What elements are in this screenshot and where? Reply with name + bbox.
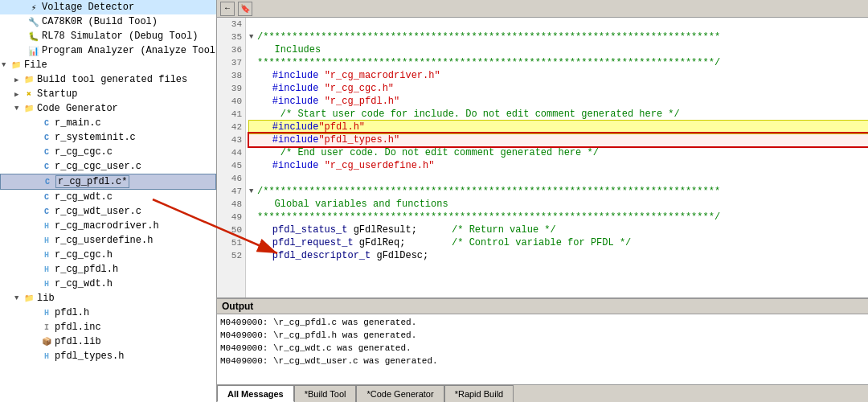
output-tabs[interactable]: All Messages*Build Tool*Code Generator*R…	[217, 384, 868, 402]
tree-item-pfdl_lib[interactable]: 📦pfdl.lib	[0, 334, 216, 349]
tree-item-code-generator[interactable]: ▼📁Code Generator	[0, 101, 216, 116]
tree-label: CA78K0R (Build Tool)	[42, 16, 158, 27]
expand-icon[interactable]: ▼	[14, 105, 23, 113]
tree-label: Startup	[37, 88, 77, 100]
h-file-icon: H	[40, 277, 53, 290]
tree-label: r_cg_macrodriver.h	[55, 220, 159, 232]
tree-label: pfdl.h	[55, 307, 89, 318]
tree-item-file[interactable]: ▼📁File	[0, 58, 216, 72]
code-line-41: /* Start user code for include. Do not e…	[249, 108, 868, 121]
code-text: pfdl_descriptor_t gFdlDesc;	[249, 249, 428, 262]
tree-item-startup[interactable]: ▶✖Startup	[0, 87, 216, 101]
type-name: pfdl_status_t	[272, 224, 348, 236]
string: "r_cg_macrodriver.h"	[325, 70, 440, 81]
expand-icon[interactable]: ▶	[14, 90, 23, 99]
tree-item-r_cg_pfdl[interactable]: Cr_cg_pfdl.c*	[0, 174, 216, 190]
tree-label: Program Analyzer (Analyze Tool	[42, 45, 215, 56]
tree-item-r_systeminit[interactable]: Cr_systeminit.c	[0, 130, 216, 145]
comment-text: ****************************************…	[257, 211, 720, 224]
item-icon: 📊	[27, 44, 40, 57]
line-num-50: 50	[217, 224, 242, 236]
tree-label: pfdl.inc	[55, 322, 101, 333]
code-line-34	[249, 18, 868, 31]
collapse-icon[interactable]: ▼	[249, 31, 257, 43]
code-line-38: #include "r_cg_macrodriver.h"	[249, 69, 868, 82]
output-panel: Output M0409000: \r_cg_pfdl.c was genera…	[217, 297, 868, 402]
tree-item-r_cg_wdt[interactable]: Cr_cg_wdt.c	[0, 190, 216, 204]
comment-text: Global variables and functions	[257, 198, 448, 211]
c-file-icon: C	[40, 146, 53, 158]
folder-icon: 📁	[23, 102, 35, 115]
h-file-icon: H	[40, 263, 53, 276]
tree-item-pfdl_h[interactable]: Hpfdl.h	[0, 306, 216, 320]
type-name: pfdl_descriptor_t	[272, 250, 371, 261]
code-line-43: #include"pfdl_types.h"	[249, 133, 868, 146]
item-icon: 🐛	[27, 30, 40, 43]
tree-item-r_cg_macrodriver[interactable]: Hr_cg_macrodriver.h	[0, 219, 216, 233]
code-line-36: Includes	[249, 43, 868, 56]
item-icon: ⚡	[27, 1, 40, 14]
output-tab-build-tool[interactable]: *Build Tool	[294, 385, 357, 402]
inc-file-icon: I	[40, 321, 53, 334]
code-line-40: #include "r_cg_pfdl.h"	[249, 95, 868, 108]
type-name: pfdl_request_t	[272, 237, 354, 248]
line-num-36: 36	[217, 43, 242, 56]
tree-label: r_cg_userdefine.h	[55, 235, 153, 246]
string: "r_cg_userdefine.h"	[325, 160, 435, 171]
code-line-52: pfdl_descriptor_t gFdlDesc;	[249, 249, 868, 262]
code-line-50: pfdl_status_t gFdlResult; /* Return valu…	[249, 224, 868, 236]
code-content: ▼/**************************************…	[246, 18, 868, 297]
tree-item-r_main[interactable]: Cr_main.c	[0, 116, 216, 130]
tree-label: r_cg_cgc_user.c	[55, 161, 141, 172]
folder-icon: 📁	[10, 59, 23, 72]
tree-label: Code Generator	[37, 103, 118, 114]
tree-item-r_cg_cgc[interactable]: Cr_cg_cgc.c	[0, 145, 216, 159]
string: "pfdl_types.h"	[318, 134, 399, 146]
line-numbers: 34353637383940414243444546474849505152	[217, 18, 246, 297]
tree-label: r_cg_pfdl.h	[55, 264, 118, 275]
tree-item-build-tool-files[interactable]: ▶📁Build tool generated files	[0, 72, 216, 87]
code-text: #include "r_cg_userdefine.h"	[249, 159, 434, 172]
tree-item-ca78k0r[interactable]: 🔧CA78K0R (Build Tool)	[0, 14, 216, 29]
file-tree[interactable]: ⚡Voltage Detector🔧CA78K0R (Build Tool)🐛R…	[0, 0, 217, 402]
expand-icon[interactable]: ▼	[2, 61, 10, 69]
code-view: 34353637383940414243444546474849505152 ▼…	[217, 18, 868, 297]
tree-item-r_cg_wdt_user[interactable]: Cr_cg_wdt_user.c	[0, 204, 216, 219]
expand-icon[interactable]: ▼	[14, 294, 23, 302]
tree-item-program-analyzer[interactable]: 📊Program Analyzer (Analyze Tool	[0, 43, 216, 58]
folder-icon: ✖	[23, 88, 35, 100]
bookmark-button[interactable]: 🔖	[238, 2, 252, 16]
inline-comment: /* Control variable for PFDL */	[452, 237, 631, 248]
expand-icon[interactable]: ▶	[14, 76, 23, 84]
comment-text: /***************************************…	[257, 185, 720, 198]
tree-item-r_cg_wdt_h[interactable]: Hr_cg_wdt.h	[0, 277, 216, 291]
string: "r_cg_cgc.h"	[325, 83, 394, 94]
code-text: pfdl_request_t gFdlReq; /* Control varia…	[249, 236, 631, 249]
keyword: #include	[272, 134, 319, 146]
back-button[interactable]: ←	[220, 2, 235, 16]
tree-item-pfdl_types_h[interactable]: Hpfdl_types.h	[0, 349, 216, 363]
code-line-48: Global variables and functions	[249, 198, 868, 211]
collapse-icon[interactable]: ▼	[249, 185, 257, 198]
h-file-icon: H	[40, 248, 53, 261]
output-tab-code-generator[interactable]: *Code Generator	[356, 385, 444, 402]
tree-label: RL78 Simulator (Debug Tool)	[42, 31, 198, 42]
output-tab-rapid-build[interactable]: *Rapid Build	[444, 385, 514, 402]
tree-item-r_cg_cgc_h[interactable]: Hr_cg_cgc.h	[0, 248, 216, 262]
line-num-43: 43	[217, 133, 242, 146]
c-file-icon: C	[40, 191, 53, 203]
output-message: M0409000: \r_cg_pfdl.c was generated.	[220, 316, 865, 329]
c-file-icon: C	[40, 117, 53, 129]
tree-item-r_cg_cgc_user[interactable]: Cr_cg_cgc_user.c	[0, 159, 216, 174]
output-messages: M0409000: \r_cg_pfdl.c was generated.M04…	[217, 314, 868, 384]
tree-item-lib[interactable]: ▼📁lib	[0, 291, 216, 306]
code-text: #include"pfdl.h"	[249, 121, 365, 133]
tree-item-rl78-simulator[interactable]: 🐛RL78 Simulator (Debug Tool)	[0, 29, 216, 43]
inline-comment: /* Return value */	[452, 224, 556, 236]
tree-item-voltage-detector[interactable]: ⚡Voltage Detector	[0, 0, 216, 14]
output-tab-all-messages[interactable]: All Messages	[217, 385, 294, 402]
tree-item-r_cg_pfdl_h[interactable]: Hr_cg_pfdl.h	[0, 262, 216, 277]
code-line-39: #include "r_cg_cgc.h"	[249, 82, 868, 95]
tree-item-r_cg_userdefine[interactable]: Hr_cg_userdefine.h	[0, 233, 216, 248]
tree-item-pfdl_inc[interactable]: Ipfdl.inc	[0, 320, 216, 334]
